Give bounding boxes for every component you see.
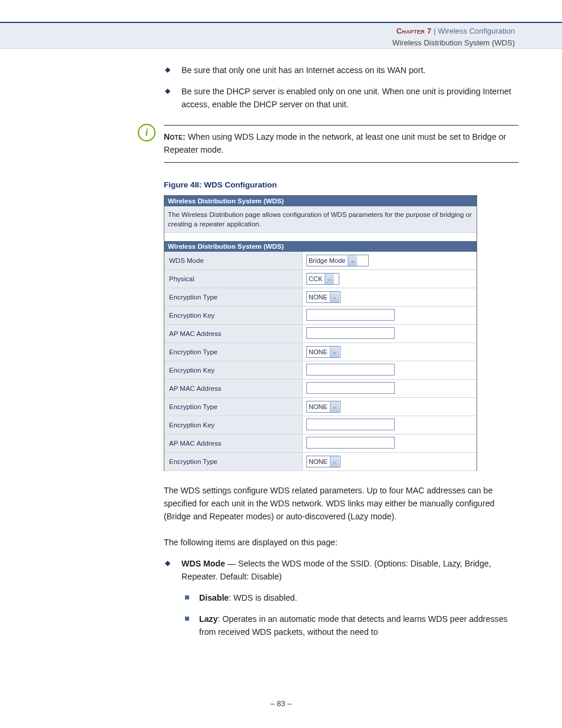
item-bold: WDS Mode <box>181 559 225 568</box>
figure-row: Encryption Key <box>164 416 477 434</box>
wds-config-figure: Wireless Distribution System (WDS) The W… <box>164 195 477 471</box>
header-separator: | <box>432 27 438 35</box>
figure-row: Encryption Key <box>164 361 477 380</box>
body-paragraph: The following items are displayed on thi… <box>164 536 518 549</box>
figure-row: AP MAC Address <box>164 380 477 398</box>
chevron-down-icon: ⌄ <box>330 401 339 412</box>
figure-row: AP MAC Address <box>164 325 477 343</box>
chevron-down-icon: ⌄ <box>330 347 339 357</box>
info-icon: i <box>138 124 156 141</box>
select-encryption-type[interactable]: NONE⌄ <box>306 291 340 303</box>
select-value: NONE <box>307 458 330 465</box>
note-block: i Note: When using WDS Lazy mode in the … <box>164 119 518 163</box>
figure-row-label: Physical <box>164 270 303 288</box>
figure-caption: Figure 48: WDS Configuration <box>164 180 518 189</box>
bullet-item: WDS Mode — Selects the WDS mode of the S… <box>164 557 518 583</box>
input-encryption-key[interactable] <box>306 364 395 375</box>
figure-row-label: Encryption Key <box>164 416 303 434</box>
select-value: NONE <box>307 348 330 355</box>
figure-row-value: NONE⌄ <box>303 344 477 360</box>
figure-row-label: AP MAC Address <box>164 434 303 452</box>
figure-row-value <box>303 307 477 324</box>
figure-row: Encryption TypeNONE⌄ <box>164 343 477 361</box>
select-encryption-type[interactable]: NONE⌄ <box>306 456 340 467</box>
input-encryption-key[interactable] <box>306 419 395 430</box>
page-number: – 83 – <box>0 699 562 708</box>
figure-panel-desc: The Wireless Distribution page allows co… <box>164 206 477 233</box>
bullet-item: Be sure that only one unit has an Intern… <box>164 64 518 77</box>
top-bullet-list: Be sure that only one unit has an Intern… <box>164 64 518 111</box>
figure-row-value <box>303 416 477 434</box>
figure-row: Encryption TypeNONE⌄ <box>164 288 477 307</box>
figure-row-label: AP MAC Address <box>164 380 303 397</box>
chevron-down-icon: ⌄ <box>330 292 339 302</box>
sub-item-bold: Lazy <box>199 614 218 624</box>
sub-bullet-item: Lazy: Operates in an automatic mode that… <box>185 612 518 638</box>
figure-row: Encryption TypeNONE⌄ <box>164 398 477 416</box>
input-encryption-key[interactable] <box>306 309 395 321</box>
body-paragraph: The WDS settings configure WDS related p… <box>164 484 518 523</box>
figure-row-value: NONE⌄ <box>303 289 477 305</box>
figure-row-value <box>303 361 477 379</box>
figure-row-value: CCK⌄ <box>303 271 477 287</box>
sub-bullet-list: Disable: WDS is disabled. Lazy: Operates… <box>164 591 518 638</box>
figure-row-value: Bridge Mode⌄ <box>303 252 477 269</box>
input-ap-mac-address[interactable] <box>306 437 395 449</box>
figure-section-title: Wireless Distribution System (WDS) <box>164 241 477 252</box>
sub-item-text: : WDS is disabled. <box>229 593 297 602</box>
sub-bullet-item: Disable: WDS is disabled. <box>185 591 518 604</box>
select-value: CCK <box>307 275 325 282</box>
chapter-label: Chapter 7 <box>396 27 432 35</box>
select-physical[interactable]: CCK⌄ <box>306 273 339 285</box>
figure-row-value <box>303 434 477 452</box>
item-sep: — <box>225 559 238 568</box>
figure-row-value: NONE⌄ <box>303 398 477 415</box>
figure-row: Encryption Key <box>164 307 477 325</box>
figure-row: Encryption TypeNONE⌄ <box>164 453 477 471</box>
figure-row-label: AP MAC Address <box>164 325 303 342</box>
bullet-item: Be sure the DHCP server is enabled only … <box>164 85 518 111</box>
figure-panel-title: Wireless Distribution System (WDS) <box>164 196 477 206</box>
chevron-down-icon: ⌄ <box>330 456 339 467</box>
input-ap-mac-address[interactable] <box>306 382 395 394</box>
figure-row: PhysicalCCK⌄ <box>164 270 477 288</box>
sub-item-bold: Disable <box>199 593 229 602</box>
figure-row-value <box>303 325 477 342</box>
select-wds-mode[interactable]: Bridge Mode⌄ <box>306 255 369 266</box>
figure-row-value: NONE⌄ <box>303 453 477 470</box>
figure-row-label: Encryption Key <box>164 361 303 379</box>
select-value: NONE <box>307 403 330 410</box>
select-encryption-type[interactable]: NONE⌄ <box>306 401 340 413</box>
note-label: Note: <box>164 132 186 141</box>
select-encryption-type[interactable]: NONE⌄ <box>306 346 340 358</box>
figure-row-label: Encryption Key <box>164 307 303 324</box>
figure-row: AP MAC Address <box>164 434 477 453</box>
select-value: Bridge Mode <box>307 257 348 264</box>
figure-row-value <box>303 380 477 397</box>
note-text: When using WDS Lazy mode in the network,… <box>164 132 506 154</box>
figure-row: WDS ModeBridge Mode⌄ <box>164 252 477 270</box>
figure-row-label: Encryption Type <box>164 398 303 416</box>
chevron-down-icon: ⌄ <box>348 255 357 266</box>
item-bullet-list: WDS Mode — Selects the WDS mode of the S… <box>164 557 518 583</box>
select-value: NONE <box>307 294 330 301</box>
figure-row-label: Encryption Type <box>164 453 303 470</box>
chevron-down-icon: ⌄ <box>325 274 334 284</box>
chapter-title: Wireless Configuration <box>438 27 515 35</box>
figure-row-label: WDS Mode <box>164 252 303 269</box>
input-ap-mac-address[interactable] <box>306 327 395 339</box>
figure-row-label: Encryption Type <box>164 288 303 306</box>
sub-item-text: : Operates in an automatic mode that det… <box>199 614 508 637</box>
header-subtitle: Wireless Distribution System (WDS) <box>0 37 515 49</box>
figure-row-label: Encryption Type <box>164 343 303 361</box>
page-header: Chapter 7 | Wireless Configuration Wirel… <box>0 22 562 49</box>
